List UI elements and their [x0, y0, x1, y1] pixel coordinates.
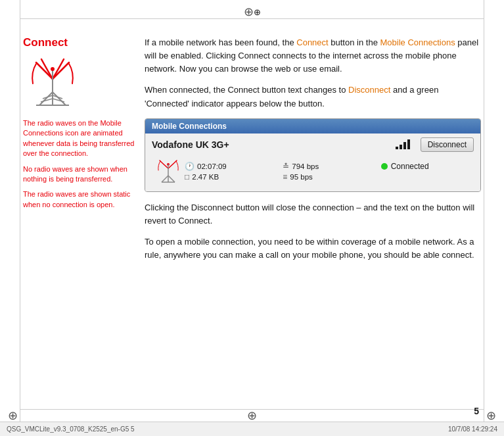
sidebar-column: Connect	[23, 36, 145, 270]
time-value: 02:07:09	[197, 162, 227, 170]
mobile-connections-panel: Mobile Connections Vodafone UK 3G+	[145, 118, 481, 192]
bottom-paragraph-2: To open a mobile connection, you need to…	[145, 235, 481, 262]
svg-point-9	[51, 67, 55, 71]
stat-upload-speed: ≛ 794 bps	[283, 162, 375, 171]
tower-icon-container	[23, 56, 135, 109]
upload-icon: ≛	[283, 162, 289, 171]
connected-label: Connected	[391, 162, 429, 171]
paragraph-1: If a mobile network has been found, the …	[145, 36, 481, 76]
disconnect-link: Disconnect	[348, 85, 390, 95]
panel-header: Mobile Connections	[145, 119, 480, 133]
connect-heading: Connect	[23, 36, 135, 49]
bottom-paragraph-1: Clicking the Disconnect button will clos…	[145, 201, 481, 228]
svg-line-5	[41, 99, 53, 102]
main-content: Connect	[23, 36, 481, 403]
stat-data: □ 2.47 KB	[185, 172, 277, 182]
border-left	[20, 0, 20, 436]
download-icon: ≡	[283, 172, 287, 182]
sidebar-note-2: No radio waves are shown when nothing is…	[23, 164, 135, 185]
svg-line-11	[162, 176, 168, 182]
sidebar-note-3: The radio waves are shown static when no…	[23, 189, 135, 210]
signal-indicator	[396, 139, 410, 149]
page-number: 5	[474, 406, 479, 416]
top-border	[20, 18, 484, 19]
svg-line-4	[53, 95, 62, 99]
panel-top-row: Vodafone UK 3G+ Disconnect	[152, 137, 474, 152]
connect-link: Connect	[296, 37, 328, 47]
connected-status: Connected	[381, 162, 474, 171]
crosshair-right-icon: ⊕	[486, 408, 496, 423]
sidebar-note-1: The radio waves on the Mobile Connection…	[23, 118, 135, 159]
crosshair-top-icon: ⊕	[246, 5, 259, 18]
footer-right: 10/7/08 14:29:24	[448, 425, 497, 433]
data-value: 2.47 KB	[192, 173, 219, 181]
svg-line-2	[53, 92, 66, 105]
tower-icon	[23, 56, 82, 109]
network-name: Vodafone UK 3G+	[152, 139, 229, 150]
panel-stats: 🕐 02:07:09 ≛ 794 bps Connected	[185, 162, 474, 182]
svg-line-6	[53, 99, 64, 102]
panel-tower-icon	[152, 158, 185, 185]
paragraph-2: When connected, the Connect button text …	[145, 84, 481, 110]
download-value: 95 bps	[290, 173, 313, 181]
mobile-connections-link: Mobile Connections	[380, 37, 455, 47]
border-right	[484, 0, 484, 436]
clock-icon: 🕐	[185, 162, 195, 171]
svg-line-1	[39, 92, 53, 105]
disconnect-button[interactable]: Disconnect	[421, 137, 474, 152]
footer-bar: QSG_VMCLite_v9.3_0708_K2525_en-G5 5 10/7…	[0, 422, 504, 436]
data-icon: □	[185, 172, 189, 182]
svg-line-3	[43, 95, 53, 99]
footer-left: QSG_VMCLite_v9.3_0708_K2525_en-G5 5	[7, 425, 135, 433]
upload-value: 794 bps	[292, 162, 319, 170]
panel-mid-row: 🕐 02:07:09 ≛ 794 bps Connected	[152, 156, 474, 187]
panel-body: Vodafone UK 3G+ Disconnect	[145, 133, 480, 191]
sidebar-notes: The radio waves on the Mobile Connection…	[23, 118, 135, 210]
stat-download-speed: ≡ 95 bps	[283, 172, 375, 182]
crosshair-left-icon: ⊕	[8, 408, 18, 423]
svg-line-12	[168, 176, 175, 182]
green-dot-icon	[381, 163, 388, 170]
crosshair-bottom-icon: ⊕	[247, 408, 257, 423]
main-column: If a mobile network has been found, the …	[145, 36, 481, 270]
two-column-layout: Connect	[23, 36, 481, 270]
stat-time: 🕐 02:07:09	[185, 162, 277, 171]
